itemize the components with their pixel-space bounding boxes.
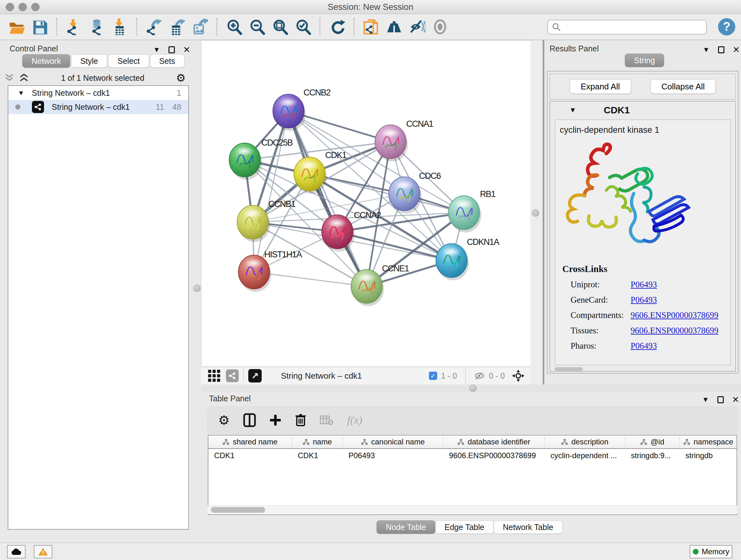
column-header-database-identifier[interactable]: database identifier bbox=[443, 435, 545, 448]
hide-graphics-details-icon[interactable] bbox=[406, 17, 428, 37]
tab-node-table[interactable]: Node Table bbox=[377, 520, 435, 534]
tab-network-table[interactable]: Network Table bbox=[494, 520, 562, 534]
show-columns-icon[interactable] bbox=[243, 413, 256, 427]
document-network-icon[interactable] bbox=[360, 17, 383, 37]
network-view-canvas[interactable]: CCNB2CCNA1CDC25BCDK1CDC6RB1CCNB1CCNA2CDK… bbox=[201, 40, 530, 367]
crosslink-link[interactable]: P06493 bbox=[630, 341, 657, 351]
results-panel-menu-icon[interactable]: ▼ bbox=[703, 46, 710, 54]
column-header-@id[interactable]: @id bbox=[625, 435, 680, 448]
network-options-gear-icon[interactable]: ⚙ bbox=[176, 71, 186, 84]
import-network-database-icon[interactable] bbox=[85, 17, 108, 37]
crosslink-link[interactable]: P06493 bbox=[630, 295, 657, 305]
tab-edge-table[interactable]: Edge Table bbox=[435, 520, 494, 534]
zoom-in-icon[interactable] bbox=[222, 17, 246, 37]
grid-view-icon[interactable] bbox=[208, 370, 220, 382]
table-cell[interactable]: stringdb bbox=[680, 449, 737, 462]
network-node-HIST1H1A[interactable]: HIST1H1A bbox=[239, 250, 302, 292]
column-header-canonical-name[interactable]: canonical name bbox=[343, 435, 443, 448]
zoom-selected-icon[interactable] bbox=[291, 17, 314, 37]
import-table-icon[interactable] bbox=[108, 17, 131, 37]
network-node-CCNA1[interactable]: CCNA1 bbox=[375, 119, 433, 162]
table-cell[interactable]: stringdb:9... bbox=[625, 449, 680, 462]
horizontal-splitter-handle[interactable] bbox=[469, 384, 477, 392]
network-edge-CCNB2-HIST1H1A[interactable] bbox=[254, 111, 288, 272]
delete-table-icon[interactable] bbox=[320, 415, 334, 426]
network-edge-CCNB2-CCNE1[interactable] bbox=[288, 111, 367, 287]
network-node-CDC25B[interactable]: CDC25B bbox=[229, 138, 293, 180]
table-row[interactable]: CDK1CDK1P064939606.ENSP00000378699cyclin… bbox=[208, 449, 737, 462]
create-column-icon[interactable] bbox=[269, 414, 281, 426]
search-box[interactable] bbox=[547, 20, 707, 35]
results-panel-float-icon[interactable] bbox=[718, 46, 724, 53]
network-node-CDKN1A[interactable]: CDKN1A bbox=[436, 237, 499, 280]
network-row[interactable]: String Network – cdk1 11 48 bbox=[8, 100, 188, 114]
tab-sets[interactable]: Sets bbox=[150, 54, 185, 68]
control-panel-float-icon[interactable] bbox=[169, 46, 175, 53]
tab-select[interactable]: Select bbox=[108, 54, 149, 68]
function-builder-icon[interactable]: f(x) bbox=[347, 414, 362, 426]
right-splitter-handle[interactable] bbox=[532, 209, 539, 217]
cloud-status-button[interactable] bbox=[7, 545, 25, 558]
zoom-out-icon[interactable] bbox=[246, 17, 268, 37]
collapse-all-button[interactable]: Collapse All bbox=[650, 79, 716, 94]
save-session-icon[interactable] bbox=[28, 17, 51, 37]
tree-expander-icon[interactable]: ▼ bbox=[18, 89, 24, 97]
search-input[interactable] bbox=[561, 23, 698, 32]
show-graphics-details-icon[interactable] bbox=[428, 17, 452, 37]
right-splitter[interactable] bbox=[530, 40, 542, 384]
table-cell[interactable]: CDK1 bbox=[208, 449, 292, 462]
column-header-namespace[interactable]: namespace bbox=[680, 435, 737, 448]
table-hscrollbar[interactable] bbox=[208, 505, 737, 514]
crosslink-link[interactable]: 9606.ENSP00000378699 bbox=[630, 310, 718, 320]
results-hscroll-thumb[interactable] bbox=[555, 367, 583, 371]
table-panel-menu-icon[interactable]: ▼ bbox=[702, 395, 709, 404]
selected-nodes-checkbox[interactable]: ✓ bbox=[429, 372, 437, 380]
open-session-icon[interactable] bbox=[5, 17, 28, 37]
column-header-shared-name[interactable]: shared name bbox=[208, 435, 292, 448]
table-panel-close-icon[interactable]: ✕ bbox=[732, 395, 739, 405]
expand-all-button[interactable]: Expand All bbox=[569, 79, 631, 94]
delete-column-trash-icon[interactable] bbox=[295, 414, 307, 427]
export-table-icon[interactable] bbox=[165, 17, 188, 37]
network-collection-row[interactable]: ▼ String Network – cdk1 1 bbox=[8, 86, 188, 100]
left-splitter-handle[interactable] bbox=[193, 285, 201, 292]
network-node-CDC6[interactable]: CDC6 bbox=[389, 171, 441, 213]
import-network-file-icon[interactable] bbox=[62, 17, 85, 37]
birds-eye-view-icon[interactable]: ↗ bbox=[248, 369, 262, 382]
tab-style[interactable]: Style bbox=[71, 54, 108, 68]
crosslink-link[interactable]: P06493 bbox=[630, 280, 657, 290]
table-cell[interactable]: P06493 bbox=[343, 449, 443, 462]
warnings-button[interactable] bbox=[34, 545, 52, 558]
memory-button[interactable]: Memory bbox=[690, 545, 732, 558]
control-panel-menu-icon[interactable]: ▼ bbox=[153, 46, 160, 54]
network-node-RB1[interactable]: RB1 bbox=[448, 189, 495, 233]
column-header-name[interactable]: name bbox=[292, 435, 343, 448]
export-network-icon[interactable] bbox=[142, 17, 165, 37]
fit-selected-crosshair-icon[interactable] bbox=[512, 369, 525, 382]
crosslink-link[interactable]: 9606.ENSP00000378699 bbox=[630, 326, 718, 335]
table-cell[interactable]: CDK1 bbox=[292, 449, 343, 462]
tab-string[interactable]: String bbox=[625, 54, 664, 67]
help-button[interactable]: ? bbox=[718, 18, 735, 36]
table-settings-gear-icon[interactable]: ⚙ bbox=[218, 413, 230, 428]
export-image-icon[interactable] bbox=[188, 17, 211, 37]
table-cell[interactable]: cyclin-dependent ... bbox=[545, 449, 625, 462]
tab-network[interactable]: Network bbox=[22, 54, 70, 68]
control-panel-close-icon[interactable]: ✕ bbox=[183, 45, 191, 55]
section-collapse-icon[interactable]: ▼ bbox=[569, 106, 576, 114]
table-panel-float-icon[interactable] bbox=[718, 396, 724, 403]
collapse-all-icon[interactable] bbox=[4, 73, 15, 83]
expand-all-icon[interactable] bbox=[18, 73, 29, 83]
table-cell[interactable]: 9606.ENSP00000378699 bbox=[443, 449, 545, 462]
network-edge-CDK1-RB1[interactable] bbox=[310, 174, 464, 212]
network-node-CCNB2[interactable]: CCNB2 bbox=[273, 88, 331, 131]
left-splitter[interactable] bbox=[193, 40, 201, 543]
results-panel-close-icon[interactable]: ✕ bbox=[733, 45, 740, 55]
refresh-icon[interactable] bbox=[326, 17, 348, 37]
binoculars-icon[interactable] bbox=[383, 17, 406, 37]
string-network-icon[interactable] bbox=[226, 369, 239, 382]
zoom-fit-icon[interactable] bbox=[268, 17, 291, 37]
column-header-description[interactable]: description bbox=[545, 435, 625, 448]
horizontal-splitter[interactable] bbox=[201, 384, 741, 392]
table-hscroll-thumb[interactable] bbox=[211, 507, 265, 513]
